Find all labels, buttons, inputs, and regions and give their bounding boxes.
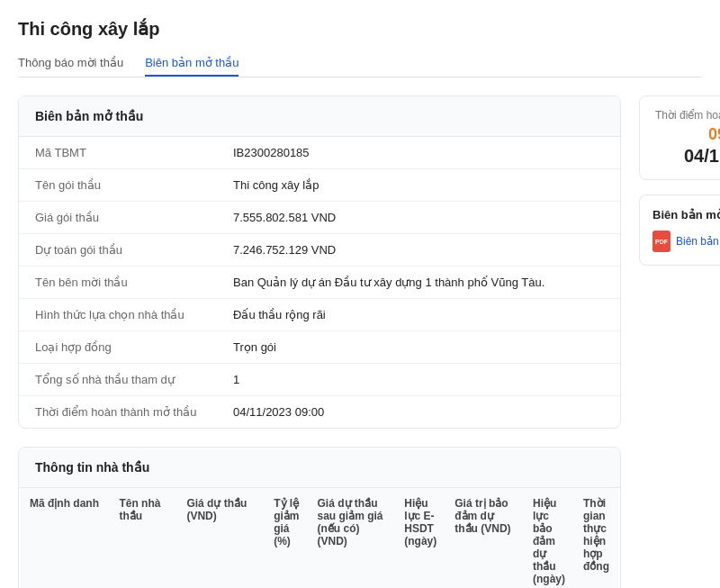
info-row-ten-ben-moi: Tên bên mời thầu Ban Quản lý dự án Đầu t… xyxy=(19,267,620,299)
date-card: Thời điểm hoàn thành mở thầu 09:00 04/11… xyxy=(639,95,720,180)
col-ten-nha-thau: Tên nhà thầu xyxy=(110,488,177,588)
doc-item-left: PDF Biên bản mở thầu xyxy=(652,231,720,252)
info-row-ma-tbmt: Mã TBMT IB2300280185 xyxy=(19,137,620,169)
value-ten-goi-thau: Thi công xây lắp xyxy=(233,178,319,192)
contractor-header: Thông tin nhà thầu xyxy=(19,448,620,488)
col-gia-sau-giam: Giá dự thầu sau giảm giá (nếu có) (VND) xyxy=(309,488,396,588)
right-panel: Thời điểm hoàn thành mở thầu 09:00 04/11… xyxy=(639,95,720,266)
doc-link[interactable]: Biên bản mở thầu xyxy=(676,235,720,248)
col-gia-du-thau: Giá dự thầu (VND) xyxy=(177,488,265,588)
tab-thong-bao[interactable]: Thông báo mời thầu xyxy=(18,50,123,77)
bien-ban-header: Biên bản mở thầu xyxy=(19,96,620,137)
info-row-gia-goi-thau: Giá gói thầu 7.555.802.581 VND xyxy=(19,202,620,234)
date-card-date: 04/11/2023 xyxy=(652,146,720,167)
contractor-table: Mã định danh Tên nhà thầu Giá dự thầu (V… xyxy=(21,488,618,588)
label-thoi-diem: Thời điểm hoàn thành mở thầu xyxy=(35,405,233,419)
tab-bar: Thông báo mời thầu Biên bản mở thầu xyxy=(18,50,702,77)
label-ten-ben-moi: Tên bên mời thầu xyxy=(35,276,233,289)
date-card-label: Thời điểm hoàn thành mở thầu xyxy=(652,109,720,122)
bien-ban-table: Mã TBMT IB2300280185 Tên gói thầu Thi cô… xyxy=(19,137,620,428)
info-row-hinh-thuc: Hình thức lựa chọn nhà thầu Đấu thầu rộn… xyxy=(19,299,620,331)
label-tong-so: Tổng số nhà thầu tham dự xyxy=(35,373,233,386)
label-gia-goi-thau: Giá gói thầu xyxy=(35,211,233,224)
doc-card-title: Biên bản mở thầu xyxy=(652,208,720,222)
value-thoi-diem: 04/11/2023 09:00 xyxy=(233,405,324,419)
col-hieu-luc-ehsdt: Hiệu lực E-HSDT (ngày) xyxy=(395,488,446,588)
col-ma-dinh-danh: Mã định danh xyxy=(21,488,110,588)
doc-item: PDF Biên bản mở thầu ⬇ xyxy=(652,231,720,252)
col-thoi-gian: Thời gian thực hiện hợp đồng xyxy=(574,488,618,588)
date-card-time: 09:00 xyxy=(652,125,720,144)
pdf-icon: PDF xyxy=(652,231,670,252)
doc-card: Biên bản mở thầu PDF Biên bản mở thầu ⬇ xyxy=(639,194,720,266)
col-gia-tri-bao-dam: Giá trị bảo đảm dự thầu (VND) xyxy=(446,488,524,588)
tab-bien-ban[interactable]: Biên bản mở thầu xyxy=(145,50,238,77)
value-ma-tbmt: IB2300280185 xyxy=(233,146,310,159)
value-du-toan: 7.246.752.129 VND xyxy=(233,243,336,257)
page-title: Thi công xây lắp xyxy=(18,18,702,40)
value-gia-goi-thau: 7.555.802.581 VND xyxy=(233,211,336,224)
info-row-tong-so: Tổng số nhà thầu tham dự 1 xyxy=(19,364,620,396)
label-ten-goi-thau: Tên gói thầu xyxy=(35,178,233,192)
label-loai-hop-dong: Loại hợp đồng xyxy=(35,340,233,354)
contractor-card: Thông tin nhà thầu Mã định danh Tên nhà … xyxy=(18,447,621,588)
value-tong-so: 1 xyxy=(233,373,239,386)
info-row-ten-goi-thau: Tên gói thầu Thi công xây lắp xyxy=(19,169,620,202)
table-header-row: Mã định danh Tên nhà thầu Giá dự thầu (V… xyxy=(21,488,618,588)
value-ten-ben-moi: Ban Quản lý dự án Đầu tư xây dựng 1 thàn… xyxy=(233,276,544,289)
info-row-du-toan: Dự toán gói thầu 7.246.752.129 VND xyxy=(19,234,620,267)
label-du-toan: Dự toán gói thầu xyxy=(35,243,233,257)
col-ty-le-giam: Tỷ lệ giảm giá (%) xyxy=(265,488,308,588)
value-hinh-thuc: Đấu thầu rộng rãi xyxy=(233,308,326,321)
col-hieu-luc-bao-dam: Hiệu lực bảo đảm dự thầu (ngày) xyxy=(524,488,574,588)
info-row-thoi-diem: Thời điểm hoàn thành mở thầu 04/11/2023 … xyxy=(19,396,620,428)
label-hinh-thuc: Hình thức lựa chọn nhà thầu xyxy=(35,308,233,321)
label-ma-tbmt: Mã TBMT xyxy=(35,146,233,159)
value-loai-hop-dong: Trọn gói xyxy=(233,340,276,354)
info-row-loai-hop-dong: Loại hợp đồng Trọn gói xyxy=(19,331,620,364)
bien-ban-card: Biên bản mở thầu Mã TBMT IB2300280185 Tê… xyxy=(18,95,621,429)
